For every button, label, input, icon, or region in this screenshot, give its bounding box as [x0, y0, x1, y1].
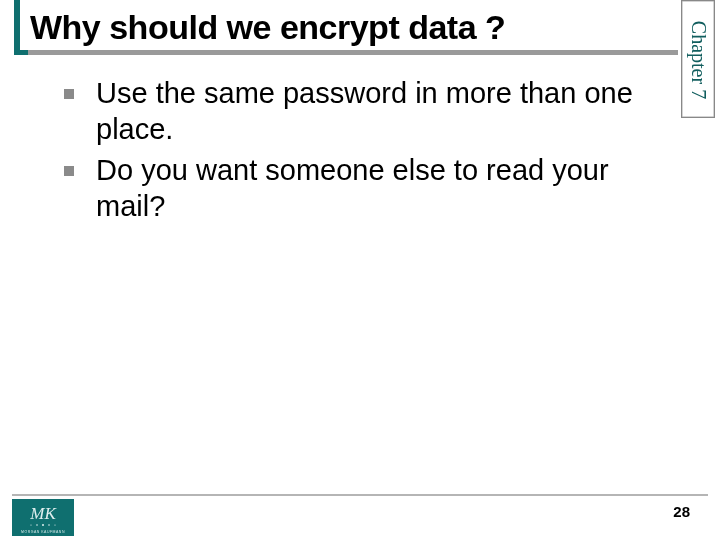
- svg-point-5: [54, 524, 55, 525]
- title-underline-accent: [14, 50, 28, 55]
- footer-divider: [12, 494, 708, 496]
- publisher-logo: MK MORGAN KAUFMANN: [12, 499, 74, 536]
- chapter-label: Chapter 7: [687, 21, 710, 99]
- bullet-text: Use the same password in more than one p…: [96, 75, 676, 148]
- bullet-text: Do you want someone else to read your ma…: [96, 152, 676, 225]
- chapter-tab: Chapter 7: [681, 0, 715, 118]
- list-item: Do you want someone else to read your ma…: [64, 152, 676, 225]
- page-number: 28: [673, 503, 690, 520]
- list-item: Use the same password in more than one p…: [64, 75, 676, 148]
- logo-initials: MK: [29, 504, 57, 523]
- svg-point-2: [36, 524, 38, 526]
- svg-point-1: [42, 524, 44, 526]
- logo-subtext: MORGAN KAUFMANN: [21, 530, 65, 534]
- title-accent-vertical: [14, 0, 20, 50]
- bullet-icon: [64, 89, 74, 99]
- title-bar: Why should we encrypt data ?: [0, 0, 720, 47]
- title-underline: [14, 50, 678, 55]
- slide-title: Why should we encrypt data ?: [22, 8, 720, 47]
- svg-point-4: [30, 524, 31, 525]
- svg-point-3: [48, 524, 50, 526]
- bullet-icon: [64, 166, 74, 176]
- slide-body: Use the same password in more than one p…: [0, 47, 720, 224]
